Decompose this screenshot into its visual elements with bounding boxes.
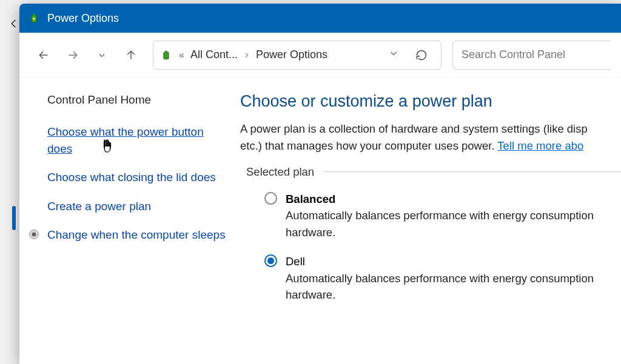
up-button[interactable] <box>118 42 144 68</box>
prefix-chevrons: « <box>176 50 187 61</box>
navbar: « All Cont... Power Options Search Contr… <box>19 33 621 78</box>
plan-name: Balanced <box>286 191 621 208</box>
titlebar[interactable]: Power Options <box>19 4 621 33</box>
window-title: Power Options <box>47 12 119 25</box>
plan-desc: Automatically balances performance with … <box>286 207 621 241</box>
learn-more-link[interactable]: Tell me more abo <box>497 139 583 152</box>
radio-balanced[interactable] <box>264 192 277 205</box>
selection-indicator-bg <box>12 206 16 230</box>
svg-rect-7 <box>165 50 167 52</box>
sidebar-link-sleep[interactable]: Change when the computer sleeps <box>47 227 226 243</box>
refresh-button[interactable] <box>408 42 435 68</box>
radio-dell[interactable] <box>264 254 277 267</box>
main-panel: Choose or customize a power plan A power… <box>240 78 621 364</box>
forward-button[interactable] <box>59 42 86 68</box>
group-header: Selected plan <box>246 165 621 179</box>
svg-rect-6 <box>164 52 169 59</box>
recent-dropdown[interactable] <box>89 42 115 68</box>
chevron-right-icon <box>241 50 252 61</box>
address-bar[interactable]: « All Cont... Power Options <box>153 41 441 70</box>
sidebar-link-power-button[interactable]: Choose what the power button does <box>47 124 229 157</box>
plan-balanced[interactable]: Balanced Automatically balances performa… <box>240 187 621 250</box>
plan-dell[interactable]: Dell Automatically balances performance … <box>240 250 621 312</box>
search-input[interactable]: Search Control Panel <box>452 41 610 70</box>
sidebar: Control Panel Home Choose what the power… <box>19 78 240 364</box>
svg-rect-1 <box>33 14 35 16</box>
control-panel-icon <box>159 48 173 62</box>
search-placeholder: Search Control Panel <box>462 48 565 61</box>
address-dropdown[interactable] <box>383 48 404 61</box>
plan-name: Dell <box>286 253 621 270</box>
back-chevron-bg <box>8 17 19 33</box>
battery-icon <box>28 12 40 24</box>
divider <box>324 171 621 172</box>
sidebar-link-lid[interactable]: Choose what closing the lid does <box>47 169 229 186</box>
sidebar-heading[interactable]: Control Panel Home <box>47 93 229 107</box>
page-title: Choose or customize a power plan <box>240 92 621 111</box>
window: Power Options « All Cont... Power Option… <box>19 4 621 364</box>
breadcrumb-segment-1[interactable]: All Cont... <box>190 48 238 61</box>
breadcrumb-segment-2[interactable]: Power Options <box>256 48 327 61</box>
intro-text: A power plan is a collection of hardware… <box>240 121 621 154</box>
content-area: Control Panel Home Choose what the power… <box>19 78 621 364</box>
plan-desc: Automatically balances performance with … <box>286 270 621 304</box>
uac-shield-icon <box>28 228 41 242</box>
svg-point-9 <box>32 233 36 237</box>
sidebar-link-create-plan[interactable]: Create a power plan <box>47 198 229 215</box>
cursor-icon <box>101 138 114 159</box>
back-button[interactable] <box>30 42 57 68</box>
group-label: Selected plan <box>246 165 314 179</box>
